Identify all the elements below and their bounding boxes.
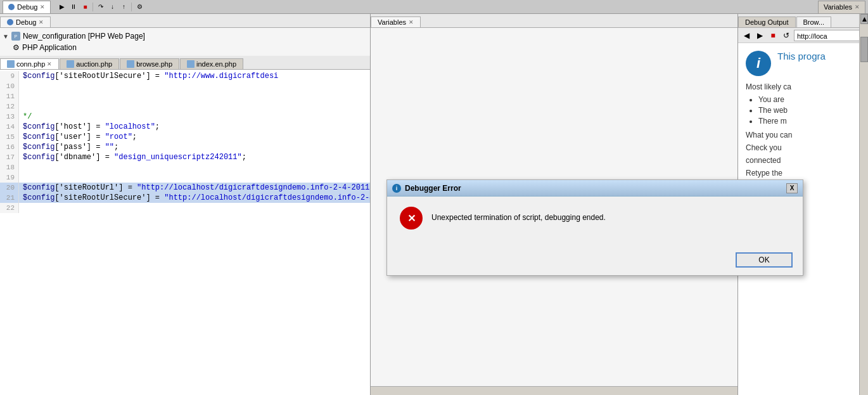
dialog-ok-button[interactable]: OK [736, 252, 793, 268]
dialog-message: Unexpected termination of script, debugg… [431, 207, 606, 223]
dialog-title-left: i Debugger Error [392, 184, 461, 193]
debugger-error-dialog: i Debugger Error X Unexpected terminatio… [386, 179, 803, 276]
dialog-close-button[interactable]: X [786, 183, 798, 193]
dialog-title-text: Debugger Error [405, 184, 461, 193]
dialog-title-icon: i [392, 184, 401, 193]
dialog-body: Unexpected termination of script, debugg… [387, 197, 803, 247]
modal-overlay: i Debugger Error X Unexpected terminatio… [0, 0, 868, 395]
error-icon [400, 207, 423, 230]
dialog-titlebar: i Debugger Error X [387, 180, 803, 197]
dialog-footer: OK [387, 247, 803, 275]
